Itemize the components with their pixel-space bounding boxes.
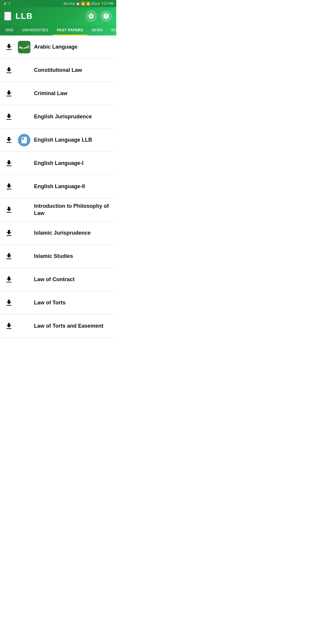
book-subject-icon (18, 134, 30, 146)
subject-list-item[interactable]: Criminal Law (0, 82, 116, 105)
subject-list-item[interactable]: English Language-II (0, 175, 116, 198)
facebook-icon: f (9, 2, 10, 5)
download-icon (4, 88, 14, 99)
hamburger-button[interactable]: ☰ (4, 12, 11, 21)
icon-placeholder (18, 320, 30, 332)
app-header: ☰ LLB (0, 7, 116, 25)
subject-list-item[interactable]: English Language LLB (0, 129, 116, 152)
icon-placeholder (18, 250, 30, 263)
tab-discussions[interactable]: DISCUSSIO... (107, 25, 116, 35)
wifi-icon: 📶 (81, 2, 85, 6)
tab-bar: ONS UNIVERSITIES PAST PAPERS NEWS DISCUS… (0, 25, 116, 35)
status-left: ⚡ f (3, 2, 10, 6)
app-title: LLB (16, 11, 32, 21)
download-icon (4, 205, 14, 215)
tab-universities[interactable]: UNIVERSITIES (18, 25, 53, 35)
subject-name: Islamic Jurisprudence (34, 230, 91, 236)
settings-button[interactable] (85, 10, 97, 22)
icon-placeholder (18, 157, 30, 170)
status-bar: ⚡ f 40.5 K/s ⏰ 📶 📶 [31]⚡ 7:27 PM (0, 0, 116, 7)
download-icon (4, 251, 14, 262)
subject-list-item[interactable]: Islamic Studies (0, 245, 116, 268)
arabic-subject-icon: العربية (18, 41, 30, 53)
subject-name: Law of Contract (34, 276, 75, 283)
subject-name: English Language-II (34, 183, 85, 190)
download-icon (4, 65, 14, 76)
icon-placeholder (18, 180, 30, 193)
subject-list-item[interactable]: Law of Torts and Easement (0, 315, 116, 338)
icon-placeholder (18, 111, 30, 123)
subject-list-item[interactable]: Introduction to Philosophy of Law (0, 198, 116, 222)
subject-list-item[interactable]: Constitutional Law (0, 59, 116, 82)
signal-icon: 📶 (86, 2, 90, 6)
gear-icon (88, 13, 95, 19)
tab-news[interactable]: NEWS (87, 25, 107, 35)
help-button[interactable] (100, 10, 112, 22)
download-icon (4, 298, 14, 308)
subject-name: Constitutional Law (34, 67, 82, 74)
subject-list-item[interactable]: Law of Contract (0, 268, 116, 291)
header-right (85, 10, 112, 22)
alarm-icon: ⏰ (76, 2, 80, 6)
icon-placeholder (18, 297, 30, 309)
subject-list-item[interactable]: English Jurisprudence (0, 105, 116, 129)
subject-name: English Language-I (34, 160, 83, 167)
subject-list: العربية Arabic Language Constitutional L… (0, 35, 116, 338)
subject-list-item[interactable]: Islamic Jurisprudence (0, 222, 116, 245)
time-display: 7:27 PM (102, 2, 113, 5)
subject-name: Law of Torts and Easement (34, 323, 103, 329)
subject-list-item[interactable]: العربية Arabic Language (0, 35, 116, 59)
icon-placeholder (18, 87, 30, 100)
subject-name: Introduction to Philosophy of Law (34, 203, 113, 217)
icon-placeholder (18, 204, 30, 216)
subject-list-item[interactable]: Law of Torts (0, 291, 116, 315)
subject-name: Islamic Studies (34, 253, 73, 260)
subject-name: Criminal Law (34, 90, 67, 97)
battery-icon: [31]⚡ (91, 2, 100, 6)
download-icon (4, 228, 14, 239)
help-icon (103, 13, 109, 19)
tab-lessons[interactable]: ONS (1, 25, 18, 35)
subject-name: Law of Torts (34, 299, 66, 306)
download-icon (4, 135, 14, 145)
download-icon (4, 158, 14, 169)
subject-name: Arabic Language (34, 44, 78, 50)
subject-name: English Jurisprudence (34, 113, 92, 120)
subject-list-item[interactable]: English Language-I (0, 152, 116, 175)
subject-name: English Language LLB (34, 137, 92, 143)
download-icon (4, 42, 14, 52)
download-icon (4, 112, 14, 122)
icon-placeholder (18, 273, 30, 286)
download-icon (4, 274, 14, 285)
status-right: 40.5 K/s ⏰ 📶 📶 [31]⚡ 7:27 PM (64, 2, 113, 6)
usb-icon: ⚡ (3, 2, 7, 6)
tab-past-papers[interactable]: PAST PAPERS (53, 25, 87, 35)
icon-placeholder (18, 227, 30, 239)
icon-placeholder (18, 64, 30, 77)
download-icon (4, 321, 14, 332)
download-icon (4, 181, 14, 192)
header-left: ☰ LLB (4, 11, 32, 21)
speed-indicator: 40.5 K/s (64, 2, 75, 5)
